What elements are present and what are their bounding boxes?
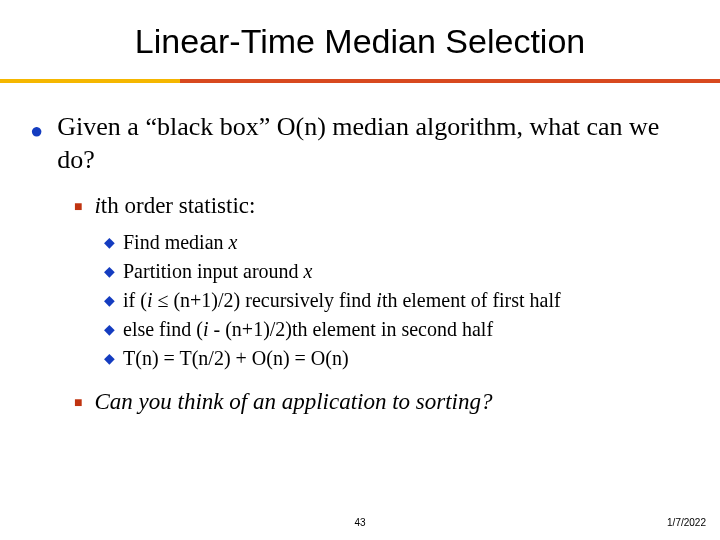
l3-text: if (i ≤ (n+1)/2) recursively find ith el… [123, 287, 561, 314]
diamond-bullet-icon: ◆ [104, 345, 123, 372]
l3-text: T(n) = T(n/2) + O(n) = O(n) [123, 345, 349, 372]
square-bullet-icon: ■ [74, 190, 94, 221]
slide-body: ● Given a “black box” O(n) median algori… [0, 83, 720, 417]
bullet-level3: ◆ else find (i - (n+1)/2)th element in s… [104, 316, 690, 343]
bullet-level3: ◆ Partition input around x [104, 258, 690, 285]
l3-text: Partition input around x [123, 258, 312, 285]
l2-text: ith order statistic: [94, 190, 255, 221]
page-number: 43 [0, 517, 720, 528]
l1-text: Given a “black box” O(n) median algorith… [57, 111, 690, 176]
footer-date: 1/7/2022 [667, 517, 706, 528]
l2-question-text: Can you think of an application to sorti… [94, 386, 492, 417]
bullet-level1: ● Given a “black box” O(n) median algori… [30, 111, 690, 176]
bullet-level3: ◆ T(n) = T(n/2) + O(n) = O(n) [104, 345, 690, 372]
bullet-level3: ◆ if (i ≤ (n+1)/2) recursively find ith … [104, 287, 690, 314]
diamond-bullet-icon: ◆ [104, 229, 123, 256]
l3-text: Find median x [123, 229, 237, 256]
disc-bullet-icon: ● [30, 111, 57, 176]
diamond-bullet-icon: ◆ [104, 287, 123, 314]
bullet-level2: ■ ith order statistic: [74, 190, 690, 221]
diamond-bullet-icon: ◆ [104, 316, 123, 343]
slide-title: Linear-Time Median Selection [0, 0, 720, 79]
slide: Linear-Time Median Selection ● Given a “… [0, 0, 720, 540]
bullet-level2: ■ Can you think of an application to sor… [74, 386, 690, 417]
square-bullet-icon: ■ [74, 386, 94, 417]
bullet-level3: ◆ Find median x [104, 229, 690, 256]
diamond-bullet-icon: ◆ [104, 258, 123, 285]
l3-text: else find (i - (n+1)/2)th element in sec… [123, 316, 493, 343]
